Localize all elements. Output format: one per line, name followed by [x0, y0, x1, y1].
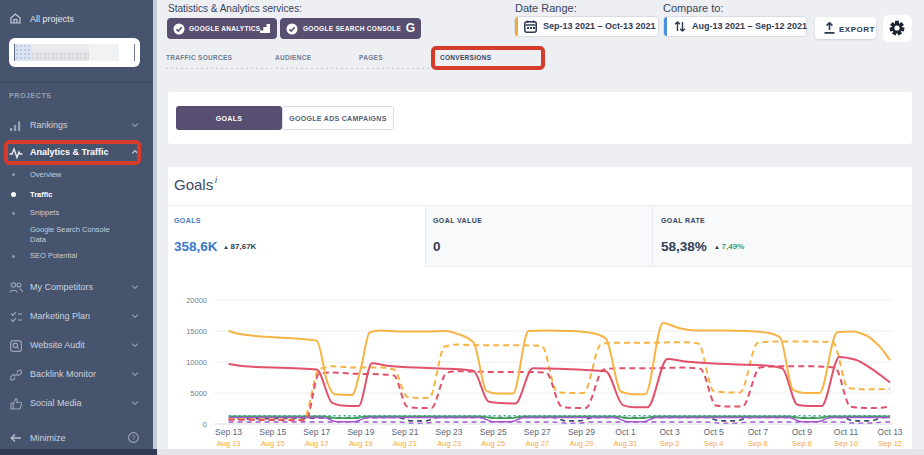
svg-text:Oct 3: Oct 3 — [659, 427, 680, 437]
svg-text:Aug 19: Aug 19 — [349, 439, 373, 448]
svg-text:Sep 4: Sep 4 — [704, 439, 724, 448]
svg-text:Sep 2: Sep 2 — [660, 439, 680, 448]
svg-text:?: ? — [132, 434, 136, 441]
svg-text:Aug 15: Aug 15 — [261, 439, 285, 448]
svg-text:Oct 1: Oct 1 — [615, 427, 636, 437]
svg-text:Sep 13: Sep 13 — [215, 427, 242, 437]
svg-text:Oct 11: Oct 11 — [834, 427, 859, 437]
svg-text:Sep 27: Sep 27 — [524, 427, 551, 437]
svg-text:Sep 19: Sep 19 — [347, 427, 374, 437]
svg-text:Sep 6: Sep 6 — [748, 439, 768, 448]
svg-text:Sep 29: Sep 29 — [568, 427, 595, 437]
svg-text:Oct 5: Oct 5 — [704, 427, 725, 437]
svg-text:10000: 10000 — [186, 358, 207, 367]
svg-text:Aug 27: Aug 27 — [525, 439, 549, 448]
svg-text:5000: 5000 — [190, 389, 207, 398]
svg-text:Aug 31: Aug 31 — [614, 439, 638, 448]
svg-text:Aug 21: Aug 21 — [393, 439, 417, 448]
svg-text:Oct 9: Oct 9 — [792, 427, 813, 437]
svg-text:20000: 20000 — [186, 296, 207, 305]
svg-text:Oct 7: Oct 7 — [748, 427, 769, 437]
svg-text:Sep 12: Sep 12 — [878, 439, 902, 448]
svg-text:0: 0 — [203, 420, 207, 429]
svg-text:Sep 21: Sep 21 — [392, 427, 419, 437]
svg-text:Sep 17: Sep 17 — [303, 427, 330, 437]
svg-text:Aug 17: Aug 17 — [305, 439, 329, 448]
svg-text:Sep 15: Sep 15 — [259, 427, 286, 437]
svg-text:Aug 29: Aug 29 — [570, 439, 594, 448]
svg-text:Sep 8: Sep 8 — [792, 439, 812, 448]
svg-text:Sep 10: Sep 10 — [834, 439, 858, 448]
svg-text:Aug 25: Aug 25 — [481, 439, 505, 448]
svg-text:Sep 25: Sep 25 — [480, 427, 507, 437]
svg-text:Aug 23: Aug 23 — [437, 439, 461, 448]
svg-text:Oct 13: Oct 13 — [878, 427, 903, 437]
svg-text:15000: 15000 — [186, 327, 207, 336]
svg-text:Sep 23: Sep 23 — [436, 427, 463, 437]
svg-text:Aug 13: Aug 13 — [217, 439, 241, 448]
